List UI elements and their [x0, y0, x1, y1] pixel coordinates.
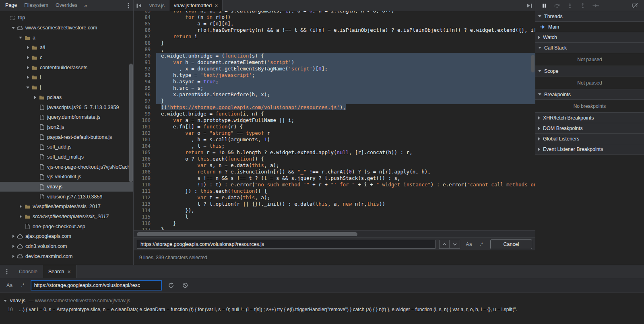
line-content[interactable]: }) : this.each(function() {	[156, 188, 535, 194]
disclosure-right-icon[interactable]	[25, 66, 31, 69]
line-number[interactable]: 115	[134, 214, 156, 220]
search-result-match[interactable]: 10 ...) { var i = 0, s = Array.prototype…	[0, 305, 644, 314]
tree-item-one-page-checkout-asp[interactable]: one-page-checkout.asp	[0, 221, 133, 231]
line-number[interactable]: 99	[134, 111, 156, 117]
line-number[interactable]: 96	[134, 91, 156, 98]
tree-item-www-sesamestreetlivestore-com[interactable]: www.sesamestreetlivestore.com	[0, 23, 133, 33]
navigator-scrollbar[interactable]	[129, 64, 133, 182]
disclosure-right-icon[interactable]	[10, 235, 16, 238]
tree-item-paypal-rest-default-buttons-js[interactable]: paypal-rest-default-buttons.js	[0, 132, 133, 142]
line-content[interactable]: var a = n.prototype.widgetFullName || i;	[156, 117, 535, 124]
match-case-toggle[interactable]: Aa	[464, 241, 474, 247]
line-number[interactable]: 107	[134, 162, 156, 169]
disclosure-down-icon[interactable]	[25, 87, 31, 89]
code-line[interactable]: 111 }) : this.each(function() {	[134, 188, 535, 194]
line-content[interactable]: , h = s.call(arguments, 1)	[156, 136, 535, 143]
line-content[interactable]: var t = e.data(this, a);	[156, 194, 535, 201]
step-over-button[interactable]	[552, 1, 562, 10]
line-number[interactable]: 110	[134, 182, 156, 188]
line-content[interactable]: h.async = true;	[156, 78, 535, 85]
line-number[interactable]: 109	[134, 175, 156, 182]
code-line[interactable]: 93 h.type = 'text/javascript';	[134, 72, 535, 78]
line-number[interactable]: 84	[134, 14, 156, 21]
line-content[interactable]: ,	[156, 46, 535, 53]
code-line[interactable]: 105 return r = !o && h.length ? e.widget…	[134, 149, 535, 156]
editor-horizontal-scrollbar[interactable]	[137, 232, 357, 236]
line-content[interactable]: return r = !o && h.length ? e.widget.ext…	[156, 149, 535, 156]
tree-item-src-v-vspfiles-templates-ssls-2017[interactable]: src/v/vspfiles/templates/ssls_2017	[0, 212, 133, 222]
line-content[interactable]: t ? t.option(r || {})._init() : e.data(t…	[156, 201, 535, 207]
tab-console[interactable]: Console	[14, 265, 43, 278]
line-number[interactable]: 90	[134, 53, 156, 59]
line-number[interactable]: 104	[134, 143, 156, 149]
code-line[interactable]: 95 h.src = s;	[134, 85, 535, 91]
line-number[interactable]: 91	[134, 59, 156, 66]
line-content[interactable]: s !== n && s !== t ? (l = s && s.jquery …	[156, 175, 535, 182]
step-button[interactable]	[590, 1, 601, 10]
code-line[interactable]: 110 !1) : t) : e.error("no such method '…	[134, 182, 535, 188]
disclosure-down-icon[interactable]	[10, 27, 16, 29]
line-number[interactable]: 117	[134, 227, 156, 230]
line-content[interactable]: r[o].hasOwnProperty(n) && a !== t && (i[…	[156, 27, 535, 33]
line-number[interactable]: 85	[134, 21, 156, 27]
tree-item-vjs-one-page-checkout-js-vjsnocache[interactable]: vjs-one-page-checkout.js?vjsNoCache	[0, 162, 133, 172]
regex-toggle[interactable]: .*	[478, 241, 485, 247]
line-number[interactable]: 89	[134, 46, 156, 53]
code-line[interactable]: 112 var t = e.data(this, a);	[134, 194, 535, 201]
line-content[interactable]: , l = this;	[156, 143, 535, 149]
tree-item-v-vspfiles-templates-ssls-2017[interactable]: v/vspfiles/templates/ssls_2017	[0, 202, 133, 212]
code-line[interactable]: 97}	[134, 98, 535, 104]
section-header-global-listeners[interactable]: Global Listeners	[535, 133, 644, 144]
tab-search[interactable]: Search×	[43, 265, 76, 278]
line-number[interactable]: 116	[134, 220, 156, 227]
close-tab-icon[interactable]: ×	[215, 3, 218, 8]
line-number[interactable]: 94	[134, 78, 156, 85]
tree-item-top[interactable]: top	[0, 13, 133, 23]
tree-item-a[interactable]: a	[0, 33, 133, 43]
hide-navigator-button[interactable]	[134, 0, 145, 11]
disclosure-right-icon[interactable]	[25, 76, 31, 79]
line-content[interactable]: }	[156, 227, 535, 230]
code-line[interactable]: 107 var s, n = e.data(this, a);	[134, 162, 535, 169]
section-header-scope[interactable]: Scope	[535, 66, 644, 76]
line-content[interactable]: }),	[156, 207, 535, 214]
line-number[interactable]: 112	[134, 194, 156, 201]
code-line[interactable]: 109 s !== n && s !== t ? (l = s && s.jqu…	[134, 175, 535, 182]
line-content[interactable]: return i	[156, 33, 535, 40]
more-tabs-button[interactable]: »	[81, 2, 90, 8]
line-number[interactable]: 106	[134, 156, 156, 162]
section-header-breakpoints[interactable]: Breakpoints	[535, 89, 644, 100]
disclosure-down-icon[interactable]	[18, 37, 23, 39]
line-content[interactable]: return n ? e.isFunction(n[r]) && "_" !==…	[156, 169, 535, 175]
code-line[interactable]: 101 e.fn[i] = function(r) {	[134, 124, 535, 130]
disclosure-right-icon[interactable]	[10, 245, 16, 248]
search-result-file[interactable]: vnav.js — www.sesamestreetlivestore.com/…	[0, 296, 644, 305]
code-line[interactable]: 91 var h = document.createElement('scrip…	[134, 59, 535, 66]
section-header-watch[interactable]: Watch	[535, 32, 644, 43]
line-content[interactable]: !1) : t) : e.error("no such method '" + …	[156, 182, 535, 188]
line-content[interactable]: h.src = s;	[156, 85, 535, 91]
tab-page[interactable]: Page	[2, 0, 21, 11]
line-number[interactable]: 105	[134, 149, 156, 156]
line-content[interactable]: o ? this.each(function() {	[156, 156, 535, 162]
tab-overrides[interactable]: Overrides	[52, 0, 81, 11]
editor-tab-vnav-js-formatted[interactable]: vnav.js:formatted×	[169, 0, 223, 11]
tree-item-ajax-googleapis-com[interactable]: ajax.googleapis.com	[0, 231, 133, 241]
find-input[interactable]	[137, 240, 436, 249]
line-number[interactable]: 100	[134, 117, 156, 124]
code-line[interactable]: 103 , h = s.call(arguments, 1)	[134, 136, 535, 143]
line-number[interactable]: 102	[134, 130, 156, 136]
code-line[interactable]: 87 return i	[134, 33, 535, 40]
tree-item-contentbuilder-assets[interactable]: contentbuilder/assets	[0, 62, 133, 72]
line-number[interactable]: 108	[134, 169, 156, 175]
code-line[interactable]: 104 , l = this;	[134, 143, 535, 149]
disclosure-right-icon[interactable]	[25, 46, 31, 49]
disclosure-right-icon[interactable]	[32, 96, 38, 99]
line-content[interactable]: x.parentNode.insertBefore(h, x);	[156, 91, 535, 98]
line-number[interactable]: 113	[134, 201, 156, 207]
section-header-xhr-fetch-breakpoints[interactable]: XHR/fetch Breakpoints	[535, 112, 644, 123]
code-line[interactable]: 99e.widget.bridge = function(i, n) {	[134, 111, 535, 117]
navigator-menu-button[interactable]	[128, 2, 129, 9]
line-content[interactable]: for (var n, a, i = s.call(arguments, 1),…	[156, 11, 535, 14]
refresh-search-button[interactable]	[166, 281, 176, 290]
